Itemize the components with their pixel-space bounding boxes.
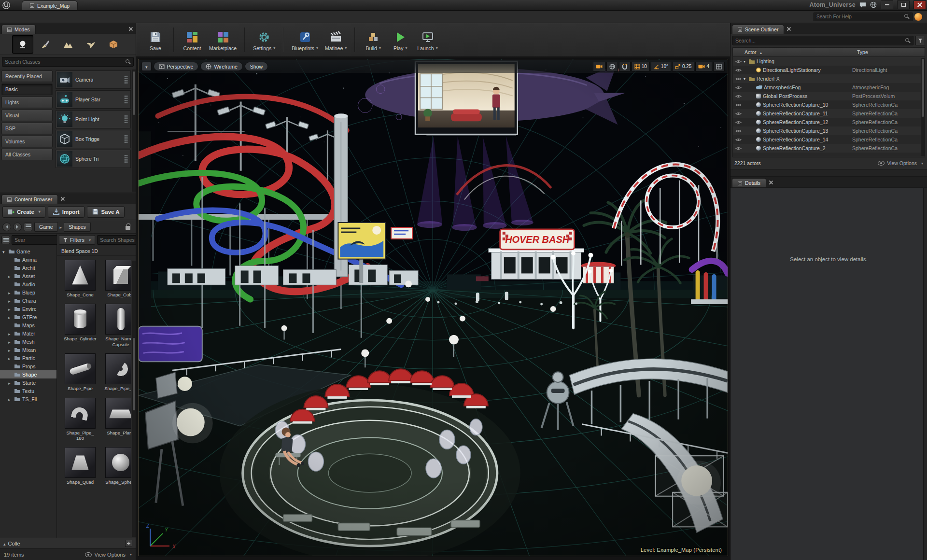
outliner-row[interactable]: RenderFX — [733, 74, 925, 83]
viewport-options-button[interactable] — [141, 62, 152, 71]
outliner-row[interactable]: SphereReflectionCapture_13 SphereReflect… — [733, 126, 925, 135]
tree-item[interactable]: Maps — [0, 321, 56, 329]
tree-item[interactable]: Starte — [0, 378, 56, 387]
tree-item[interactable]: Asset — [0, 272, 56, 280]
tree-item[interactable]: Mater — [0, 329, 56, 337]
expand-icon[interactable] — [744, 59, 749, 64]
expand-icon[interactable] — [8, 298, 13, 304]
details-close-icon[interactable] — [768, 179, 774, 186]
outliner-row[interactable]: SphereReflectionCapture_11 SphereReflect… — [733, 109, 925, 118]
scale-snap-button[interactable]: 0.25 — [672, 62, 694, 71]
outliner-row[interactable]: Lighting — [733, 57, 925, 66]
mode-landscape-button[interactable] — [57, 35, 79, 54]
outliner-row[interactable]: SphereReflectionCapture_12 SphereReflect… — [733, 118, 925, 126]
visibility-toggle[interactable] — [733, 103, 744, 107]
tree-item[interactable]: Anima — [0, 255, 56, 264]
minimize-button[interactable] — [881, 0, 893, 9]
category-button[interactable]: BSP — [1, 123, 53, 134]
tree-item[interactable]: Mixan — [0, 346, 56, 354]
tree-item[interactable]: Props — [0, 362, 56, 370]
save-all-button[interactable]: Save A — [87, 206, 125, 218]
perspective-button[interactable]: Perspective — [154, 62, 199, 71]
tab-content-browser[interactable]: Content Browser — [1, 195, 58, 204]
collections-expand-icon[interactable] — [3, 541, 6, 546]
maximize-button[interactable] — [897, 0, 910, 9]
placeable-box-trigger[interactable]: Box Trigge — [56, 130, 131, 148]
actor-column-header[interactable]: Actor — [733, 49, 857, 55]
expand-icon[interactable] — [744, 77, 749, 81]
visibility-toggle[interactable] — [733, 129, 744, 133]
category-button[interactable]: Recently Placed — [1, 70, 53, 82]
expand-icon[interactable] — [751, 94, 756, 98]
mode-place-button[interactable] — [12, 35, 33, 54]
placeable-sphere-trigger[interactable]: Sphere Tri — [56, 150, 131, 168]
camera-button[interactable] — [593, 62, 605, 71]
tab-modes[interactable]: Modes — [1, 25, 36, 34]
details-scrollbar[interactable] — [923, 188, 927, 560]
back-button[interactable] — [2, 223, 11, 231]
drag-grip-icon[interactable] — [124, 154, 128, 163]
assets-search-input[interactable] — [100, 237, 136, 243]
content-button[interactable]: Content — [179, 28, 206, 52]
visibility-toggle[interactable] — [733, 112, 744, 116]
collections-bar[interactable]: Colle — [0, 538, 136, 548]
asset-tile[interactable]: Shape_Narrow Capsule — [102, 304, 131, 347]
lock-icon[interactable] — [126, 226, 130, 230]
mode-geometry-button[interactable] — [103, 35, 124, 54]
placeable-point-light[interactable]: Point Light — [56, 110, 131, 128]
breadcrumb-shapes[interactable]: Shapes — [64, 222, 91, 232]
visibility-toggle[interactable] — [733, 59, 744, 64]
globe-icon[interactable] — [870, 1, 877, 8]
tree-item[interactable]: Bluep — [0, 288, 56, 296]
help-search-input[interactable] — [816, 14, 902, 19]
tree-item[interactable]: Textu — [0, 387, 56, 395]
camera-speed-button[interactable]: 4 — [695, 62, 712, 71]
feedback-icon[interactable] — [914, 13, 922, 21]
outliner-row[interactable]: Global PostProcess PostProcessVolum — [733, 92, 925, 100]
save-button[interactable]: Save — [142, 28, 169, 52]
asset-tile[interactable]: Shape_Pipe_90 — [102, 353, 131, 391]
classes-search-input[interactable] — [5, 59, 124, 65]
marketplace-button[interactable]: Marketplace — [206, 28, 240, 52]
tree-item-game[interactable]: Game — [0, 247, 56, 255]
classes-search-field[interactable] — [2, 57, 134, 67]
viewport[interactable]: HOVER BASH — [138, 59, 728, 556]
tree-item[interactable]: TS_Fil — [0, 395, 56, 403]
drag-grip-icon[interactable] — [124, 115, 128, 124]
visibility-toggle[interactable] — [733, 68, 744, 72]
rotation-snap-button[interactable]: 10° — [651, 62, 671, 71]
outliner-search-field[interactable] — [732, 36, 913, 45]
expand-icon[interactable] — [751, 129, 756, 133]
expand-icon[interactable] — [751, 112, 756, 116]
outliner-row[interactable]: SphereReflectionCapture_10 SphereReflect… — [733, 100, 925, 109]
expand-icon[interactable] — [751, 138, 756, 142]
tab-scene-outliner[interactable]: Scene Outliner — [732, 25, 784, 34]
expand-icon[interactable] — [8, 396, 13, 402]
tree-item[interactable]: Shape — [0, 370, 56, 378]
outliner-row[interactable]: DirectionalLightStationary DirectionalLi… — [733, 66, 925, 74]
drag-grip-icon[interactable] — [124, 95, 128, 104]
category-button[interactable]: Lights — [1, 97, 53, 108]
surface-snap-button[interactable] — [619, 62, 631, 71]
menu-item[interactable] — [32, 15, 42, 19]
breadcrumb-game[interactable]: Game — [34, 222, 58, 232]
scrollbar-thumb[interactable] — [133, 338, 135, 410]
mode-paint-button[interactable] — [35, 35, 56, 54]
chat-icon[interactable] — [859, 2, 866, 8]
asset-tile[interactable]: Shape_Quad — [62, 447, 98, 485]
expand-icon[interactable] — [8, 347, 13, 353]
maximize-viewport-button[interactable] — [713, 62, 725, 71]
expand-icon[interactable] — [8, 380, 13, 386]
play-button[interactable]: Play — [387, 28, 414, 52]
build-button[interactable]: Build — [360, 28, 387, 52]
unreal-logo-icon[interactable] — [2, 1, 10, 9]
close-button[interactable] — [913, 0, 926, 9]
expand-icon[interactable] — [8, 331, 13, 336]
viewport-scene[interactable]: HOVER BASH — [139, 59, 728, 556]
tree-item[interactable]: Archit — [0, 264, 56, 272]
modes-scrollbar[interactable] — [132, 70, 136, 192]
category-button[interactable]: Volumes — [1, 136, 53, 147]
forward-button[interactable] — [13, 223, 22, 231]
expand-icon[interactable] — [8, 314, 13, 320]
expand-icon[interactable] — [751, 85, 756, 90]
